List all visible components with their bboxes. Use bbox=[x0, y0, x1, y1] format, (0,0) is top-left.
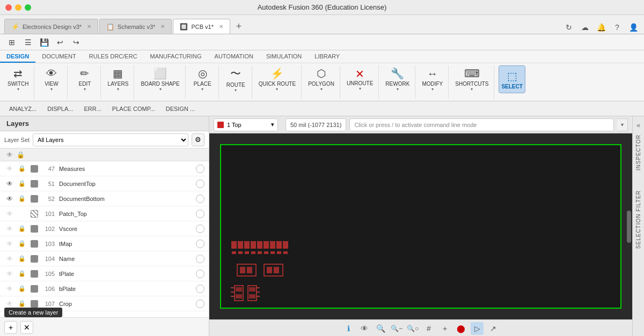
layer-radio-52[interactable] bbox=[196, 195, 204, 203]
layer-row-52[interactable]: 👁 🔒 52 DocumentBottom bbox=[0, 191, 209, 206]
view-button[interactable]: 👁 VIEW ▾ bbox=[40, 65, 63, 93]
layer-row-51[interactable]: 👁 🔒 51 DocumentTop bbox=[0, 176, 209, 191]
info-button[interactable]: ℹ bbox=[342, 322, 355, 335]
layer-lock-104[interactable]: 🔒 bbox=[17, 255, 27, 262]
layer-row-47[interactable]: 👁 🔒 47 Measures bbox=[0, 161, 209, 176]
layer-lock-107[interactable]: 🔒 bbox=[17, 300, 27, 307]
sub-display[interactable]: DISPLA... bbox=[42, 104, 78, 114]
layer-radio-51[interactable] bbox=[196, 180, 204, 188]
zoom-fit-button[interactable]: 🔍○ bbox=[406, 322, 419, 335]
unroute-button[interactable]: ✕ UNROUTE ▾ bbox=[345, 65, 375, 93]
maximize-button[interactable] bbox=[25, 4, 31, 11]
tab-schematic[interactable]: 📋 Schematic v3* ✕ bbox=[99, 19, 172, 34]
ribbon-tab-design[interactable]: DESIGN bbox=[0, 50, 35, 63]
layer-radio-102[interactable] bbox=[196, 225, 204, 233]
ribbon-tab-rules[interactable]: RULES DRC/ERC bbox=[83, 50, 144, 63]
layer-radio-107[interactable] bbox=[196, 300, 204, 308]
save-icon[interactable]: 💾 bbox=[36, 35, 52, 49]
sub-err[interactable]: ERR... bbox=[79, 104, 106, 114]
layer-vis-105[interactable]: 👁 bbox=[4, 270, 15, 278]
modify-button[interactable]: ↔ MODIFY ▾ bbox=[420, 65, 445, 93]
cloud-icon[interactable]: ☁ bbox=[579, 21, 591, 34]
ribbon-tab-library[interactable]: LIBRARY bbox=[308, 50, 346, 63]
layers-button[interactable]: ▦ LAYERS ▾ bbox=[106, 65, 131, 93]
undo-icon[interactable]: ↩ bbox=[53, 35, 68, 49]
polygon-button[interactable]: ⬡ POLYGON ▾ bbox=[306, 65, 336, 93]
notification-icon[interactable]: 🔔 bbox=[595, 21, 608, 34]
layer-select-dropdown[interactable]: 1 Top ▾ bbox=[214, 118, 278, 131]
sub-design[interactable]: DESIGN ... bbox=[161, 104, 200, 114]
scrollbar-thumb[interactable] bbox=[627, 211, 631, 243]
zoom-out-button[interactable]: 🔍− bbox=[390, 322, 403, 335]
user-avatar[interactable]: 👤 bbox=[627, 21, 640, 34]
layer-row-101[interactable]: 👁 🔒 101 Patch_Top bbox=[0, 206, 209, 221]
redo-icon[interactable]: ↪ bbox=[69, 35, 84, 49]
layer-lock-47[interactable]: 🔒 bbox=[17, 165, 27, 172]
layer-radio-105[interactable] bbox=[196, 270, 204, 278]
new-tab-button[interactable]: + bbox=[231, 19, 246, 34]
ribbon-tab-automation[interactable]: AUTOMATION bbox=[208, 50, 260, 63]
layer-vis-47[interactable]: 👁 bbox=[4, 165, 15, 173]
layer-radio-103[interactable] bbox=[196, 240, 204, 248]
layer-vis-52[interactable]: 👁 bbox=[4, 195, 15, 203]
stop-button[interactable]: ⬤ bbox=[455, 322, 467, 335]
menu-icon[interactable]: ☰ bbox=[20, 35, 35, 49]
layer-vis-104[interactable]: 👁 bbox=[4, 255, 15, 263]
layer-row-104[interactable]: 👁 🔒 104 Name bbox=[0, 251, 209, 266]
edit-button[interactable]: ✏ EDIT ▾ bbox=[73, 65, 97, 93]
shortcuts-button[interactable]: ⌨ SHORTCUTS ▾ bbox=[453, 65, 491, 93]
ribbon-tab-manufacturing[interactable]: MANUFACTURING bbox=[144, 50, 208, 63]
minimize-button[interactable] bbox=[15, 4, 21, 11]
layer-lock-51[interactable]: 🔒 bbox=[17, 180, 27, 187]
select-tool-button[interactable]: ▷ bbox=[471, 322, 484, 335]
sub-place-comp[interactable]: PLACE COMP... bbox=[107, 104, 160, 114]
select-button[interactable]: ⬚ SELECT bbox=[499, 65, 525, 93]
rework-button[interactable]: 🔧 REWORK ▾ bbox=[383, 65, 412, 93]
grid-toggle-button[interactable]: # bbox=[422, 322, 435, 335]
layer-radio-104[interactable] bbox=[196, 255, 204, 263]
layer-vis-107[interactable]: 👁 bbox=[4, 300, 15, 308]
collapse-right-panel-button[interactable]: « bbox=[634, 121, 643, 130]
help-icon[interactable]: ? bbox=[611, 21, 624, 34]
layer-vis-102[interactable]: 👁 bbox=[4, 225, 15, 233]
layer-radio-101[interactable] bbox=[196, 210, 204, 218]
layer-lock-105[interactable]: 🔒 bbox=[17, 270, 27, 277]
sub-analyze[interactable]: ANALYZ... bbox=[4, 104, 41, 114]
layer-row-103[interactable]: 👁 🔒 103 tMap bbox=[0, 236, 209, 251]
cmd-line-arrow[interactable]: ▾ bbox=[617, 118, 628, 131]
add-button[interactable]: + bbox=[438, 322, 451, 335]
route-tool-button[interactable]: ↗ bbox=[487, 322, 500, 335]
tab-pcb[interactable]: 🔲 PCB v1* ✕ bbox=[173, 19, 230, 34]
layer-row-102[interactable]: 👁 🔒 102 Vscore bbox=[0, 221, 209, 236]
tab-close-electronics[interactable]: ✕ bbox=[87, 24, 91, 29]
layer-vis-103[interactable]: 👁 bbox=[4, 240, 15, 248]
layer-vis-106[interactable]: 👁 bbox=[4, 285, 15, 293]
layer-vis-101[interactable]: 👁 bbox=[4, 210, 15, 218]
layer-radio-47[interactable] bbox=[196, 165, 204, 173]
layer-radio-106[interactable] bbox=[196, 285, 204, 293]
layer-lock-101[interactable]: 🔒 bbox=[17, 210, 27, 217]
switch-button[interactable]: ⇄ SWITCH ▾ bbox=[5, 65, 31, 93]
tab-close-pcb[interactable]: ✕ bbox=[219, 24, 223, 29]
layer-lock-52[interactable]: 🔒 bbox=[17, 195, 27, 202]
remove-layer-button[interactable]: ✕ bbox=[20, 321, 33, 334]
layer-lock-103[interactable]: 🔒 bbox=[17, 240, 27, 247]
layer-vis-51[interactable]: 👁 bbox=[4, 180, 15, 188]
zoom-in-button[interactable]: 🔍 bbox=[374, 322, 387, 335]
tab-close-schematic[interactable]: ✕ bbox=[160, 24, 165, 29]
board-shape-button[interactable]: ⬜ BOARD SHAPE ▾ bbox=[138, 65, 181, 93]
command-line-input[interactable]: Click or press / to activate command lin… bbox=[349, 118, 614, 131]
ribbon-tab-simulation[interactable]: SIMULATION bbox=[260, 50, 308, 63]
visibility-button[interactable]: 👁 bbox=[358, 322, 371, 335]
layer-row-106[interactable]: 👁 🔒 106 bPlate bbox=[0, 281, 209, 296]
layer-lock-106[interactable]: 🔒 bbox=[17, 285, 27, 292]
layer-set-select[interactable]: All Layers bbox=[33, 133, 188, 146]
grid-icon[interactable]: ⊞ bbox=[4, 35, 19, 49]
quick-route-button[interactable]: ⚡ QUICK ROUTE ▾ bbox=[257, 65, 298, 93]
layer-set-gear-button[interactable]: ⚙ bbox=[192, 133, 204, 146]
refresh-icon[interactable]: ↻ bbox=[562, 21, 575, 34]
layer-row-105[interactable]: 👁 🔒 105 tPlate bbox=[0, 266, 209, 281]
canvas-viewport[interactable] bbox=[209, 133, 632, 319]
add-layer-button[interactable]: + bbox=[4, 321, 17, 334]
tab-electronics[interactable]: ⚡ Electronics Design v3* ✕ bbox=[4, 19, 98, 34]
